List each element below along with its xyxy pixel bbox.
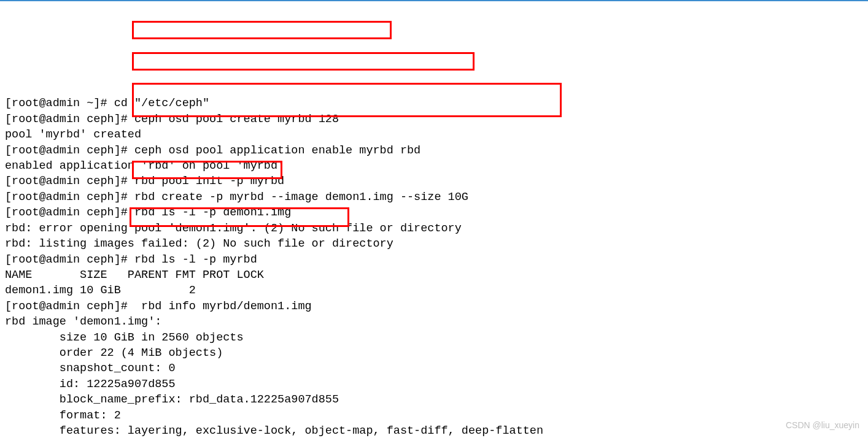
top-border [0,0,868,1]
shell-prompt: [root@admin ceph]# [5,191,134,204]
shell-prompt: [root@admin ceph]# [5,175,134,188]
shell-command: ceph osd pool create myrbd 128 [134,113,339,126]
shell-command: rbd info myrbd/demon1.img [134,300,312,313]
terminal-line: features: layering, exclusive-lock, obje… [5,423,863,438]
terminal-line: [root@admin ceph]# ceph osd pool applica… [5,143,863,158]
terminal-line: NAME SIZE PARENT FMT PROT LOCK [5,267,863,283]
terminal-line: [root@admin ceph]# ceph osd pool create … [5,112,863,127]
terminal-line: snapshot_count: 0 [5,361,863,376]
terminal-line: enabled application 'rbd' on pool 'myrbd… [5,158,863,174]
shell-prompt: [root@admin ceph]# [5,113,134,126]
shell-command: cd "/etc/ceph" [114,97,209,110]
terminal-line: rbd: listing images failed: (2) No such … [5,236,863,252]
terminal-line: [root@admin ceph]# rbd pool init -p myrb… [5,174,863,189]
terminal-line: size 10 GiB in 2560 objects [5,330,863,345]
terminal-line: [root@admin ceph]# rbd info myrbd/demon1… [5,299,863,314]
terminal-line: [root@admin ceph]# rbd ls -l -p demon1.i… [5,205,863,220]
terminal-line: format: 2 [5,408,863,423]
shell-command: rbd ls -l -p myrbd [134,253,257,266]
terminal-output: [root@admin ~]# cd "/etc/ceph"[root@admi… [5,96,863,438]
terminal-line: pool 'myrbd' created [5,127,863,142]
shell-command: rbd ls -l -p demon1.img [134,206,291,219]
terminal-line: order 22 (4 MiB objects) [5,345,863,361]
terminal-line: rbd image 'demon1.img': [5,314,863,329]
terminal-line: [root@admin ceph]# rbd create -p myrbd -… [5,190,863,205]
highlight-rectangle [132,52,475,71]
shell-command: ceph osd pool application enable myrbd r… [134,144,420,157]
shell-prompt: [root@admin ceph]# [5,300,134,313]
shell-command: rbd create -p myrbd --image demon1.img -… [134,191,468,204]
shell-prompt: [root@admin ceph]# [5,206,134,219]
highlight-rectangle [132,21,392,39]
terminal-line: rbd: error opening pool 'demon1.img': (2… [5,221,863,236]
watermark: CSDN @liu_xueyin [786,418,859,433]
terminal-line: [root@admin ~]# cd "/etc/ceph" [5,96,863,111]
terminal-line: [root@admin ceph]# rbd ls -l -p myrbd [5,252,863,267]
shell-prompt: [root@admin ceph]# [5,253,134,266]
shell-prompt: [root@admin ceph]# [5,144,134,157]
terminal-line: demon1.img 10 GiB 2 [5,283,863,298]
shell-command: rbd pool init -p myrbd [134,175,284,188]
shell-prompt: [root@admin ~]# [5,97,114,110]
terminal-line: block_name_prefix: rbd_data.12225a907d85… [5,392,863,407]
terminal-line: id: 12225a907d855 [5,377,863,392]
